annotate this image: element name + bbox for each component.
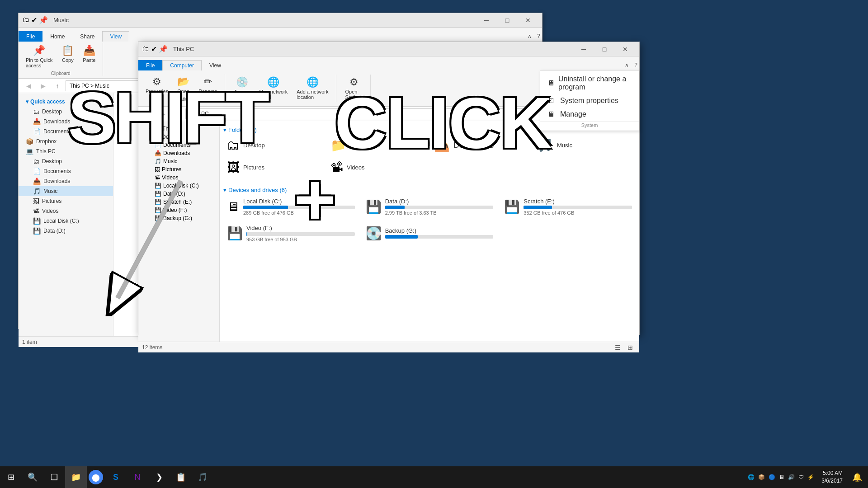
fg-tree-documents[interactable]: 📄 Documents [138,141,219,149]
bg-sidebar-thispc-docs[interactable]: 📄 Documents [19,166,113,176]
fg-tree-videos[interactable]: 📽 Videos [138,174,219,182]
taskbar-notification-btn[interactable]: 🔔 [850,466,864,488]
fg-uninstall-btn[interactable]: 🖥 Uninstall or change a program [540,72,639,94]
fg-system-props-btn[interactable]: 🖥 System properties [540,94,639,108]
fg-up-btn[interactable]: ↑ [171,108,184,120]
bg-forward-btn[interactable]: ▶ [37,80,49,92]
fg-tree-downloads-label: Downloads [163,150,190,156]
bg-sidebar-downloads[interactable]: 📥 Downloads [19,117,113,127]
bg-view-tab[interactable]: View [102,31,129,42]
taskbar-clipboard-btn[interactable]: 📋 [170,466,192,488]
bg-maximize-btn[interactable]: □ [497,13,518,28]
bg-pin-icon: 📌 [39,16,48,24]
fg-folder-pictures[interactable]: 🖼 Pictures [223,157,325,178]
fg-tree-e[interactable]: 💾 Scratch (E:) [138,198,219,206]
fg-collapse-icon[interactable]: ∧ [623,60,631,70]
taskbar-sharepoint-btn[interactable]: S [105,466,127,488]
fg-file-tab[interactable]: File [138,60,162,70]
fg-folder-desktop[interactable]: 🗂 Desktop [223,135,325,155]
fg-open-btn[interactable]: 📂 Open [174,74,193,96]
bg-sidebar-c[interactable]: 💾 Local Disk (C:) [19,216,113,226]
bg-home-tab[interactable]: Home [42,31,72,42]
bg-desktop-icon: 🗂 [33,108,39,115]
bg-pin-btn[interactable]: 📌 Pin to Quickaccess [22,43,56,70]
fg-open-settings-btn[interactable]: ⚙ OpenSettings [342,75,367,102]
fg-folder-documents[interactable]: 📁 Documents [327,135,429,155]
fg-drives-section-header[interactable]: ▾ Devices and drives (6) [223,185,636,195]
bg-share-tab[interactable]: Share [72,31,102,42]
fg-address-path[interactable]: This PC [185,108,552,119]
taskbar-arrow-btn[interactable]: ❯ [148,466,170,488]
fg-drive-c[interactable]: 🖥 Local Disk (C:) 289 GB free of 476 GB [223,195,359,218]
fg-access-media-btn[interactable]: 💿 Accessmedia [231,75,254,102]
taskbar-spotify-btn[interactable]: 🎵 [192,466,213,488]
bg-sidebar-thispc[interactable]: 💻 This PC [19,146,113,156]
taskbar-task-view-btn[interactable]: ❑ [43,466,65,488]
fg-minimize-btn[interactable]: ─ [573,42,594,56]
bg-thispc-dl-label: Downloads [43,178,70,184]
fg-drive-e[interactable]: 💾 Scratch (E:) 352 GB free of 476 GB [500,195,636,218]
bg-sidebar-thispc-music[interactable]: 🎵 Music [19,186,113,196]
fg-list-view-btn[interactable]: ☰ [612,342,623,353]
fg-properties-label: Properties [146,89,168,94]
bg-close-btn[interactable]: ✕ [518,13,538,28]
fg-tree-pictures[interactable]: 🖼 Pictures [138,165,219,174]
bg-sidebar-thispc-pics[interactable]: 🖼 Pictures [19,196,113,206]
fg-add-network-btn[interactable]: 🌐 Add a networklocation [293,75,332,102]
bg-thispc-pics-icon: 🖼 [33,197,39,205]
fg-tree-music[interactable]: 🎵 Music [138,157,219,165]
bg-collapse-icon[interactable]: ∧ [526,31,533,41]
taskbar-clock[interactable]: 5:00 AM 3/6/2017 [818,469,846,485]
bg-help-icon[interactable]: ? [535,31,542,41]
fg-manage-btn[interactable]: 🖥 Manage [540,108,639,121]
fg-forward-btn[interactable]: ▶ [156,108,169,120]
fg-folder-downloads[interactable]: 📥 Downloads [430,135,532,155]
fg-tree-d[interactable]: 💾 Data (D:) [138,190,219,198]
fg-close-btn[interactable]: ✕ [615,42,636,56]
fg-tree-g[interactable]: 💾 Backup (G:) [138,214,219,222]
fg-drive-f[interactable]: 💾 Video (F:) 953 GB free of 953 GB [223,222,359,245]
fg-drive-c-name: Local Disk (C:) [243,198,355,205]
fg-view-tab[interactable]: View [202,60,229,70]
fg-tree-thispc[interactable]: ▾ 💻 This PC [138,125,219,133]
taskbar-onenote-btn[interactable]: N [127,466,148,488]
fg-map-drive-btn[interactable]: 🌐 Map networkdrive [255,75,291,102]
fg-help-icon[interactable]: ? [632,60,639,70]
bg-sidebar-thispc-dl[interactable]: 📥 Downloads [19,176,113,186]
bg-sidebar-desktop[interactable]: 🗂 Desktop [19,107,113,117]
bg-copy-btn[interactable]: 📋 Copy [58,43,77,70]
fg-drive-d[interactable]: 💾 Data (D:) 2.99 TB free of 3.63 TB [362,195,497,218]
fg-properties-btn[interactable]: ⚙ Properties [142,74,172,96]
fg-rename-btn[interactable]: ✏ Rename [195,74,221,96]
fg-maximize-btn[interactable]: □ [594,42,615,56]
bg-back-btn[interactable]: ◀ [22,80,35,92]
fg-tree-f[interactable]: 💾 Video (F:) [138,206,219,214]
fg-computer-tab[interactable]: Computer [162,60,202,70]
bg-sidebar-thispc-desktop[interactable]: 🗂 Desktop [19,156,113,166]
bg-sidebar-dropbox[interactable]: 📦 Dropbox [19,136,113,146]
bg-sidebar-thispc-vids[interactable]: 📽 Videos [19,206,113,216]
taskbar-start-btn[interactable]: ⊞ [0,466,22,488]
fg-tree-downloads[interactable]: 📥 Downloads [138,149,219,157]
fg-tree-desktop[interactable]: 🗂 Desktop [138,133,219,141]
bg-sidebar-d[interactable]: 💾 Data (D:) [19,226,113,236]
fg-back-btn[interactable]: ◀ [142,108,155,120]
fg-drive-e-icon: 💾 [504,199,520,214]
taskbar-search-btn[interactable]: 🔍 [22,466,43,488]
bg-quick-access-header[interactable]: ▾ Quick access [19,97,113,107]
fg-ribbon: File Computer View ∧ ? ⚙ Properties 📂 Op… [138,56,639,107]
bg-up-btn[interactable]: ↑ [51,80,64,92]
bg-file-tab[interactable]: File [19,31,42,42]
fg-drive-g[interactable]: 💽 Backup (G:) [362,222,497,245]
taskbar-explorer-btn[interactable]: 📁 [65,466,87,488]
taskbar-chrome-btn[interactable]: ⬤ [89,470,103,484]
bg-minimize-btn[interactable]: ─ [476,13,497,28]
bg-sidebar-documents[interactable]: 📄 Documents [19,127,113,136]
fg-location-label: Location [173,97,190,102]
fg-folder-music[interactable]: 🎵 Music [534,135,636,155]
fg-tree-c[interactable]: 💾 Local Disk (C:) [138,182,219,190]
fg-grid-view-btn[interactable]: ⊞ [625,342,636,353]
fg-status-bar: 12 items ☰ ⊞ [138,342,639,352]
bg-paste-btn[interactable]: 📥 Paste [79,43,99,70]
fg-folder-videos[interactable]: 📽 Videos [327,157,429,178]
